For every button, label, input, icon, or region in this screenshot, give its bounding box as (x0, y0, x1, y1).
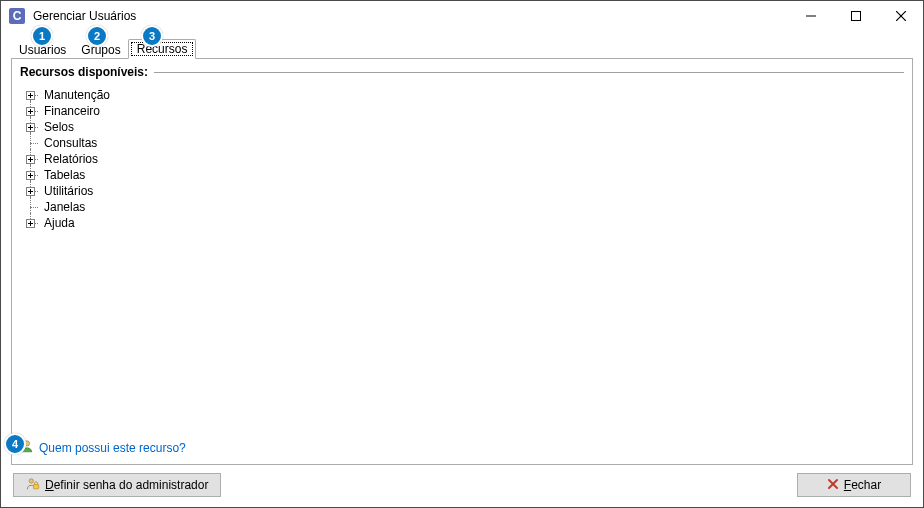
svg-rect-1 (851, 12, 860, 21)
expander-icon[interactable] (26, 107, 35, 116)
minimize-icon (806, 11, 816, 21)
expander-icon[interactable] (26, 187, 35, 196)
expander-icon[interactable] (26, 91, 35, 100)
svg-rect-6 (33, 484, 38, 488)
button-label: Fechar (844, 478, 881, 492)
tree-label: Financeiro (40, 103, 100, 119)
lock-user-icon (26, 477, 40, 494)
expander-icon[interactable] (26, 171, 35, 180)
expander-icon[interactable] (26, 155, 35, 164)
tree-row[interactable]: Selos (20, 119, 904, 135)
close-button[interactable] (878, 1, 923, 31)
tree-row[interactable]: Manutenção (20, 87, 904, 103)
close-icon (896, 11, 906, 21)
callout-3: 3 (141, 25, 163, 47)
tree-label: Janelas (40, 199, 85, 215)
minimize-button[interactable] (788, 1, 833, 31)
tab-recursos[interactable]: Recursos (128, 39, 197, 59)
tree-row[interactable]: Relatórios (20, 151, 904, 167)
footer-buttons: Definir senha do administrador Fechar (11, 465, 913, 497)
maximize-icon (851, 11, 861, 21)
tree-row[interactable]: Utilitários (20, 183, 904, 199)
titlebar: C Gerenciar Usuários (1, 1, 923, 31)
svg-point-5 (29, 478, 33, 482)
window-title: Gerenciar Usuários (33, 9, 136, 23)
link-quem-possui[interactable]: Quem possui este recurso? (39, 441, 186, 455)
tree-label: Tabelas (40, 167, 85, 183)
tree-row[interactable]: Consultas (20, 135, 904, 151)
panel-recursos: Recursos disponíveis: Manutenção Finance… (11, 58, 913, 465)
callout-1: 1 (31, 25, 53, 47)
tree-row[interactable]: Janelas (20, 199, 904, 215)
panel-footer: 4 Quem possui este recurso? (20, 431, 904, 456)
tree-gutter (20, 215, 40, 231)
tree-label: Selos (40, 119, 74, 135)
callout-2: 2 (86, 25, 108, 47)
tree-recursos[interactable]: Manutenção Financeiro Selos Consultas Re… (20, 87, 904, 231)
maximize-button[interactable] (833, 1, 878, 31)
expander-icon[interactable] (26, 219, 35, 228)
callout-4: 4 (4, 433, 26, 455)
button-fechar[interactable]: Fechar (797, 473, 911, 497)
tree-label: Manutenção (40, 87, 110, 103)
tree-row[interactable]: Financeiro (20, 103, 904, 119)
tree-row[interactable]: Tabelas (20, 167, 904, 183)
window-frame: C Gerenciar Usuários 1 2 3 Usuários Grup… (0, 0, 924, 508)
panel-header-text: Recursos disponíveis: (20, 65, 148, 79)
content-area: 1 2 3 Usuários Grupos Recursos Recursos … (1, 31, 923, 507)
tree-label: Relatórios (40, 151, 98, 167)
close-x-icon (827, 478, 839, 493)
tree-row[interactable]: Ajuda (20, 215, 904, 231)
button-definir-senha-admin[interactable]: Definir senha do administrador (13, 473, 221, 497)
tree-label: Utilitários (40, 183, 93, 199)
app-icon: C (9, 8, 25, 24)
divider-line (154, 72, 904, 73)
expander-icon[interactable] (26, 123, 35, 132)
tree-label: Consultas (40, 135, 97, 151)
tree-label: Ajuda (40, 215, 75, 231)
button-label: Definir senha do administrador (45, 478, 208, 492)
window-controls (788, 1, 923, 31)
panel-header: Recursos disponíveis: (20, 65, 904, 79)
